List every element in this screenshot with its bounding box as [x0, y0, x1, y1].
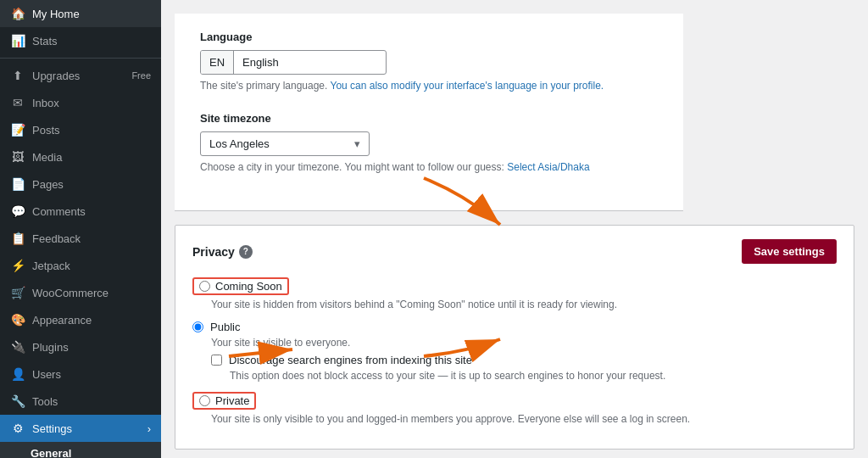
coming-soon-row: Coming Soon	[192, 277, 837, 295]
private-outlined: Private	[192, 392, 256, 410]
save-settings-button[interactable]: Save settings	[742, 239, 837, 264]
language-profile-link[interactable]: You can also modify your interface's lan…	[331, 80, 604, 92]
sidebar-item-stats[interactable]: 📊 Stats	[0, 27, 161, 54]
discourage-row: Discourage search engines from indexing …	[211, 354, 837, 366]
sidebar-item-tools[interactable]: 🔧 Tools	[0, 388, 161, 415]
sidebar-item-settings[interactable]: ⚙ Settings ›	[0, 415, 161, 442]
stats-icon: 📊	[10, 34, 25, 47]
coming-soon-desc: Your site is hidden from visitors behind…	[211, 299, 837, 310]
settings-icon: ⚙	[10, 422, 25, 435]
sidebar-item-pages[interactable]: 📄 Pages	[0, 170, 161, 198]
free-badge: Free	[131, 70, 151, 81]
discourage-option: Discourage search engines from indexing …	[211, 354, 837, 382]
private-desc: Your site is only visible to you and log…	[211, 413, 837, 425]
public-label[interactable]: Public	[210, 321, 240, 333]
users-icon: 👤	[10, 367, 25, 381]
private-radio[interactable]	[199, 395, 210, 406]
language-selector[interactable]: EN English	[200, 50, 387, 75]
timezone-label: Site timezone	[200, 112, 658, 125]
submenu-item-general[interactable]: General	[0, 442, 161, 458]
tools-icon: 🔧	[10, 394, 25, 408]
private-label[interactable]: Private	[215, 394, 249, 407]
divider	[0, 58, 161, 59]
language-help: The site's primary language. You can als…	[200, 80, 658, 92]
coming-soon-outlined: Coming Soon	[192, 277, 289, 295]
coming-soon-label[interactable]: Coming Soon	[215, 280, 282, 293]
settings-arrow: ›	[147, 422, 151, 435]
language-label: Language	[200, 31, 658, 43]
language-value: English	[234, 51, 386, 74]
sidebar-item-jetpack[interactable]: ⚡ Jetpack	[0, 252, 161, 279]
sidebar-item-posts[interactable]: 📝 Posts	[0, 116, 161, 143]
coming-soon-radio[interactable]	[199, 281, 210, 292]
sidebar-item-appearance[interactable]: 🎨 Appearance	[0, 306, 161, 333]
discourage-label[interactable]: Discourage search engines from indexing …	[229, 354, 472, 366]
private-row: Private	[192, 392, 837, 410]
privacy-header: Privacy ? Save settings	[192, 239, 837, 264]
sidebar-item-woocommerce[interactable]: 🛒 WooCommerce	[0, 279, 161, 306]
discourage-checkbox[interactable]	[211, 355, 222, 366]
settings-submenu: General Performance Writing Discussion R…	[0, 442, 161, 458]
timezone-guess-link[interactable]: Select Asia/Dhaka	[507, 161, 589, 173]
privacy-title: Privacy ?	[192, 245, 253, 259]
sidebar-item-my-home[interactable]: 🏠 My Home	[0, 0, 161, 27]
timezone-field: Site timezone Los Angeles ▾ Choose a cit…	[200, 112, 658, 173]
appearance-icon: 🎨	[10, 313, 25, 327]
sidebar-item-comments[interactable]: 💬 Comments	[0, 198, 161, 225]
home-icon: 🏠	[10, 7, 25, 20]
timezone-dropdown[interactable]: Los Angeles ▾	[200, 131, 370, 156]
discourage-desc: This option does not block access to you…	[230, 370, 837, 382]
sidebar-item-feedback[interactable]: 📋 Feedback	[0, 225, 161, 252]
timezone-help: Choose a city in your timezone. You migh…	[200, 161, 658, 173]
comments-icon: 💬	[10, 204, 25, 218]
language-section: Language EN English The site's primary l…	[175, 14, 683, 211]
woocommerce-icon: 🛒	[10, 286, 25, 299]
posts-icon: 📝	[10, 123, 25, 137]
sidebar-item-users[interactable]: 👤 Users	[0, 360, 161, 388]
language-field: Language EN English The site's primary l…	[200, 31, 658, 92]
public-option: Public Your site is visible to everyone.…	[192, 321, 837, 382]
main-wrapper: Language EN English The site's primary l…	[161, 0, 868, 458]
sidebar: 🏠 My Home 📊 Stats ⬆ Upgrades Free ✉ Inbo…	[0, 0, 161, 458]
sidebar-item-media[interactable]: 🖼 Media	[0, 143, 161, 170]
inbox-icon: ✉	[10, 96, 25, 109]
sidebar-item-upgrades[interactable]: ⬆ Upgrades Free	[0, 62, 161, 89]
plugins-icon: 🔌	[10, 340, 25, 354]
content-area: Language EN English The site's primary l…	[161, 0, 868, 458]
feedback-icon: 📋	[10, 232, 25, 245]
public-row: Public	[192, 321, 837, 333]
privacy-info-icon[interactable]: ?	[239, 245, 253, 259]
privacy-section: Privacy ? Save settings Coming Soon Your…	[175, 225, 854, 450]
timezone-value: Los Angeles	[209, 137, 270, 150]
language-prefix: EN	[201, 51, 234, 74]
coming-soon-option: Coming Soon Your site is hidden from vis…	[192, 277, 837, 310]
media-icon: 🖼	[10, 150, 25, 164]
sidebar-item-plugins[interactable]: 🔌 Plugins	[0, 333, 161, 360]
upgrades-icon: ⬆	[10, 69, 25, 82]
public-radio[interactable]	[192, 321, 203, 332]
jetpack-icon: ⚡	[10, 259, 25, 272]
private-option: Private Your site is only visible to you…	[192, 392, 837, 425]
public-desc: Your site is visible to everyone.	[211, 337, 837, 349]
chevron-down-icon: ▾	[354, 137, 360, 150]
pages-icon: 📄	[10, 177, 25, 191]
sidebar-item-inbox[interactable]: ✉ Inbox	[0, 89, 161, 116]
